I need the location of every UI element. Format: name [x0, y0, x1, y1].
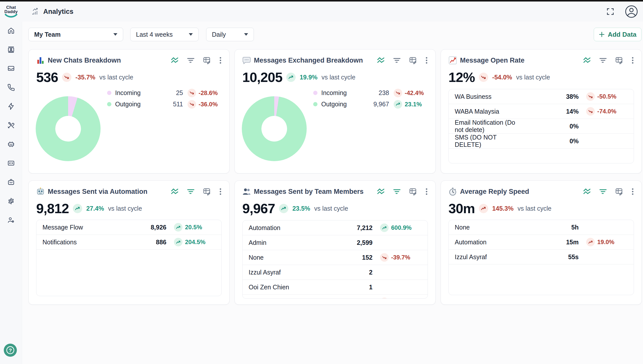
chart-legend: Incoming 238 -42.4% Outgoing 9,967 23.1%	[313, 87, 429, 110]
legend-label: Incoming	[115, 89, 165, 97]
chart-increasing-emoji	[448, 56, 457, 65]
legend-value: 25	[165, 89, 183, 97]
kebab-menu-icon[interactable]	[631, 188, 634, 195]
trend-badge	[286, 73, 296, 82]
table-edit-icon[interactable]	[203, 188, 211, 195]
legend-row: Incoming 25 -28.6%	[107, 87, 223, 99]
stat-delta: -35.7%	[75, 74, 95, 81]
legend-delta: -42.4%	[405, 89, 429, 97]
table-row: None 5h	[449, 220, 634, 235]
table-row: Admin 2,599	[243, 235, 428, 250]
granularity-dropdown[interactable]: Daily	[206, 28, 254, 41]
trend-badge	[188, 89, 196, 97]
kebab-menu-icon[interactable]	[631, 57, 634, 64]
stopwatch-emoji	[448, 187, 457, 196]
help-button[interactable]	[4, 344, 17, 357]
breakdown-table: Message Flow 8,926 20.5% Notifications 8…	[36, 220, 222, 296]
card-title: Average Reply Speed	[460, 188, 529, 196]
table-edit-icon[interactable]	[615, 57, 623, 64]
chevron-down-icon	[189, 33, 193, 36]
stat-value: 12%	[448, 69, 475, 85]
chart-type-icon[interactable]	[377, 188, 385, 195]
chart-legend: Incoming 25 -28.6% Outgoing 511 -36.0%	[107, 87, 223, 110]
chevron-down-icon	[113, 33, 117, 36]
stat-value: 9,812	[36, 201, 69, 216]
sidebar-item-ai[interactable]	[7, 141, 15, 148]
breakdown-table: WA Business 38% -50.5% WABA Malaysia 14%…	[448, 89, 634, 163]
sidebar-item-inbox[interactable]	[7, 65, 15, 72]
donut-hole	[261, 116, 287, 142]
filter-icon[interactable]	[599, 57, 607, 64]
stat-delta: -54.0%	[492, 74, 512, 81]
table-edit-icon[interactable]	[409, 57, 417, 64]
donut-hole	[55, 116, 81, 142]
trend-badge	[586, 238, 595, 246]
chart-type-icon[interactable]	[583, 57, 591, 64]
sidebar-item-shop[interactable]	[7, 178, 15, 186]
kebab-menu-icon[interactable]	[425, 57, 428, 64]
fullscreen-icon[interactable]	[606, 8, 614, 16]
granularity-value: Daily	[212, 31, 226, 38]
card-title: Messages Sent by Team Members	[254, 188, 363, 196]
stat-delta: 145.3%	[492, 205, 514, 212]
kebab-menu-icon[interactable]	[219, 188, 222, 195]
legend-row: Outgoing 511 -36.0%	[107, 99, 223, 110]
table-row: Message Flow 8,926 20.5%	[36, 220, 221, 235]
trend-badge	[479, 204, 488, 213]
chart-type-icon[interactable]	[171, 188, 178, 195]
card-new-chats-breakdown: New Chats Breakdown 536 -35.7% vs last c…	[28, 49, 229, 173]
stat-delta: 19.9%	[300, 74, 317, 81]
question-icon	[5, 345, 16, 356]
stat-value: 536	[36, 69, 58, 85]
add-data-label: Add Data	[608, 31, 636, 38]
sidebar-item-automations[interactable]	[7, 103, 15, 110]
chatdaddy-logo[interactable]: Chat Daddy	[0, 5, 22, 18]
legend-dot	[107, 91, 111, 95]
user-avatar[interactable]	[625, 5, 638, 18]
vs-last-cycle-label: vs last cycle	[516, 74, 550, 81]
table-edit-icon[interactable]	[203, 57, 211, 64]
filter-icon-active[interactable]	[187, 188, 195, 195]
filter-icon[interactable]	[393, 57, 401, 64]
sidebar-item-developer[interactable]	[7, 159, 15, 167]
analytics-icon	[32, 8, 40, 15]
stat-value: 30m	[448, 201, 475, 216]
trend-badge	[394, 100, 402, 109]
stat-delta: 23.5%	[292, 205, 310, 212]
chart-type-icon[interactable]	[583, 188, 591, 195]
vs-last-cycle-label: vs last cycle	[314, 205, 348, 212]
trend-badge	[380, 298, 389, 299]
table-edit-icon[interactable]	[409, 188, 417, 195]
table-edit-icon[interactable]	[615, 188, 623, 195]
logo-text-bottom: Daddy	[5, 10, 18, 14]
filter-icon-active[interactable]	[599, 188, 607, 195]
sidebar-item-calls[interactable]	[7, 84, 15, 91]
sidebar-item-tools[interactable]	[7, 121, 15, 129]
add-data-button[interactable]: Add Data	[594, 28, 641, 41]
vs-last-cycle-label: vs last cycle	[518, 205, 552, 212]
legend-dot	[107, 102, 111, 106]
kebab-menu-icon[interactable]	[425, 188, 428, 195]
sidebar-item-settings[interactable]	[7, 197, 15, 205]
trend-badge	[586, 92, 595, 101]
filter-icon[interactable]	[187, 57, 195, 64]
chart-type-icon[interactable]	[171, 57, 178, 64]
card-title: Message Open Rate	[460, 57, 525, 64]
team-dropdown[interactable]: My Team	[28, 28, 123, 41]
card-messages-via-automation: Messages Sent via Automation 9,812 27.4%…	[28, 180, 229, 305]
table-row: Izzul Asyraf 55s	[449, 250, 634, 264]
sidebar-item-team-settings[interactable]	[7, 216, 15, 224]
date-range-dropdown[interactable]: Last 4 weeks	[130, 28, 199, 41]
trend-badge	[380, 253, 389, 262]
chart-type-icon[interactable]	[377, 57, 385, 64]
legend-label: Incoming	[321, 89, 371, 97]
legend-label: Outgoing	[115, 101, 165, 108]
stat-value: 9,967	[242, 201, 275, 216]
trend-badge	[174, 223, 182, 232]
filter-icon-active[interactable]	[393, 188, 401, 195]
table-row: WABA Malaysia 14% -74.0%	[449, 104, 634, 119]
legend-delta: -36.0%	[199, 101, 223, 108]
card-message-open-rate: Message Open Rate 12% -54.0% vs last cyc…	[441, 49, 642, 173]
kebab-menu-icon[interactable]	[219, 57, 222, 64]
breakdown-table[interactable]: Automation 7,212 600.9% Admin 2,599 None…	[242, 220, 428, 299]
